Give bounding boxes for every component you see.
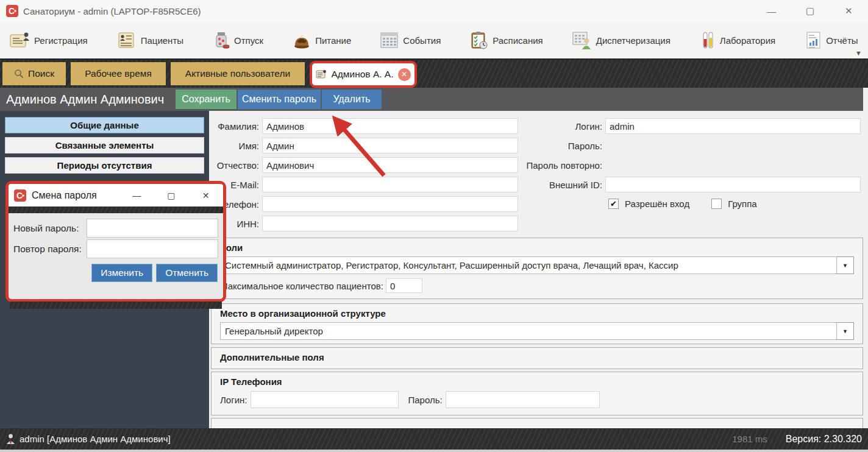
tab-label: Активные пользователи	[185, 68, 290, 79]
section-title: IP Телефония	[220, 376, 854, 387]
ribbon-item-schedules[interactable]: Расписания	[469, 31, 542, 49]
sidebar-item-linked-elements[interactable]: Связанные элементы	[5, 137, 204, 154]
status-version: Версия: 2.30.320	[786, 434, 862, 445]
dialog-title: Смена пароля	[32, 190, 97, 201]
new-password-field[interactable]	[87, 219, 218, 238]
apply-change-button[interactable]: Изменить	[91, 264, 152, 282]
new-password-label: Новый пароль:	[13, 223, 87, 234]
chevron-down-icon[interactable]: ▼	[837, 256, 854, 274]
org-combobox[interactable]: Генеральный директор ▼	[220, 322, 854, 340]
sidebar-item-absence-periods[interactable]: Периоды отсутствия	[5, 157, 204, 174]
max-patients-label: Максимальное количество пациентов:	[220, 281, 386, 291]
external-id-field[interactable]	[605, 177, 861, 192]
ribbon-label: Питание	[315, 35, 351, 46]
field-label: Логин:	[518, 121, 605, 132]
maximize-icon[interactable]: ▢	[800, 5, 820, 16]
minimize-icon[interactable]: —	[761, 6, 782, 16]
tab-search[interactable]: Поиск	[2, 62, 66, 85]
extra-fields-section: Дополнительные поля	[211, 347, 863, 369]
ribbon-collapse-icon[interactable]: ▼	[855, 49, 862, 57]
login-allowed-checkbox[interactable]: ✔	[608, 199, 619, 209]
main-form-area: Фамилия: Имя: Отчество: E-Mail: Телефон:…	[209, 111, 868, 428]
ip-password-label: Пароль:	[408, 395, 446, 405]
change-password-dialog: C Смена пароля — ▢ ✕ Новый пароль: Повто…	[5, 181, 226, 302]
field-label: Внешний ID:	[518, 180, 605, 190]
ribbon-item-food[interactable]: Питание	[292, 31, 351, 49]
schedules-icon	[469, 31, 489, 49]
tab-label: Рабочее время	[85, 68, 152, 79]
checkbox-label: Разрешён вход	[625, 199, 689, 209]
app-logo-icon: C	[14, 189, 26, 202]
ribbon-label: Пациенты	[141, 35, 183, 46]
svg-text:C: C	[16, 191, 23, 200]
inn-field[interactable]	[262, 216, 518, 231]
dialog-maximize-icon[interactable]: ▢	[161, 191, 182, 200]
field-label: Фамилия:	[210, 121, 262, 132]
tab-user-card-active[interactable]: Админов А. А. ✕	[310, 61, 417, 88]
ribbon-item-lab[interactable]: Лаборатория	[699, 31, 775, 49]
ribbon-label: Расписания	[493, 35, 542, 46]
field-label: Имя:	[210, 141, 262, 151]
ribbon-item-dispatch[interactable]: Диспетчеризация	[572, 31, 671, 49]
max-patients-field[interactable]	[386, 278, 422, 293]
delete-button[interactable]: Удалить	[322, 90, 382, 109]
food-icon	[292, 31, 311, 49]
dispatch-icon	[572, 31, 592, 49]
section-title: Дополнительные поля	[220, 352, 854, 362]
ribbon-toolbar: Регистрация Пациенты Отпуск Питание	[0, 22, 868, 60]
ip-login-field[interactable]	[251, 391, 399, 408]
patients-icon	[116, 31, 137, 49]
checkbox-label: Группа	[728, 199, 757, 209]
section-title: Место в организационной структуре	[220, 308, 854, 319]
dialog-titlebar: C Смена пароля — ▢ ✕	[9, 184, 223, 207]
ribbon-label: Диспетчеризация	[596, 35, 671, 46]
account-fields: Логин: Пароль: Пароль повторно: Внешний …	[518, 118, 863, 209]
roles-combobox[interactable]: Системный администратор, Регистратор, Ко…	[220, 256, 854, 274]
app-titlebar: C Санаториум - admin (LAPTOP-F85R5CE6) —…	[0, 0, 868, 22]
user-icon	[6, 434, 15, 444]
tab-active-users[interactable]: Активные пользователи	[171, 62, 305, 85]
ribbon-item-vacation[interactable]: Отпуск	[212, 31, 263, 49]
tab-bar: Поиск Рабочее время Активные пользовател…	[0, 60, 868, 88]
sidebar-item-general-data[interactable]: Общие данные	[5, 117, 204, 133]
dialog-close-icon[interactable]: ✕	[196, 191, 216, 200]
ribbon-label: Лаборатория	[720, 35, 775, 46]
phone-field[interactable]	[262, 196, 518, 212]
roles-section: Роли Системный администратор, Регистрато…	[211, 238, 863, 299]
lab-icon	[699, 31, 716, 49]
ribbon-item-reports[interactable]: Отчёты	[804, 31, 858, 49]
ip-password-field[interactable]	[446, 391, 600, 408]
firstname-field[interactable]	[262, 138, 518, 154]
vacation-icon	[212, 31, 230, 49]
window-title: Санаториум - admin (LAPTOP-F85R5CE6)	[23, 6, 201, 16]
change-password-button[interactable]: Сменить пароль	[238, 90, 321, 109]
middlename-field[interactable]	[262, 157, 518, 173]
bottom-edge	[0, 450, 868, 452]
chevron-down-icon[interactable]: ▼	[837, 322, 854, 340]
tab-close-icon[interactable]: ✕	[398, 68, 411, 81]
dialog-minimize-icon[interactable]: —	[126, 191, 147, 200]
lastname-field[interactable]	[262, 118, 518, 134]
field-label: Пароль повторно:	[518, 160, 605, 171]
ribbon-label: События	[403, 35, 441, 46]
status-current-user: admin [Админов Админ Админович]	[20, 434, 171, 444]
ribbon-item-registration[interactable]: Регистрация	[10, 31, 88, 49]
ribbon-item-patients[interactable]: Пациенты	[116, 31, 183, 49]
save-button[interactable]: Сохранить	[176, 90, 237, 109]
status-latency: 1981 ms	[732, 434, 767, 444]
group-checkbox[interactable]	[711, 199, 722, 209]
app-logo-icon: C	[6, 5, 18, 17]
tab-label: Поиск	[28, 68, 54, 79]
section-title: Роли	[220, 242, 854, 253]
cancel-button[interactable]: Отменить	[156, 264, 218, 282]
events-icon	[380, 31, 399, 49]
tab-label: Админов А. А.	[331, 69, 393, 80]
email-field[interactable]	[262, 177, 518, 192]
tab-work-time[interactable]: Рабочее время	[71, 62, 166, 85]
ribbon-item-events[interactable]: События	[380, 31, 441, 49]
ip-login-label: Логин:	[220, 395, 251, 405]
close-icon[interactable]: ✕	[838, 5, 859, 16]
repeat-password-label: Повтор пароля:	[13, 244, 87, 255]
repeat-password-field[interactable]	[87, 239, 218, 258]
login-field[interactable]	[605, 118, 861, 134]
